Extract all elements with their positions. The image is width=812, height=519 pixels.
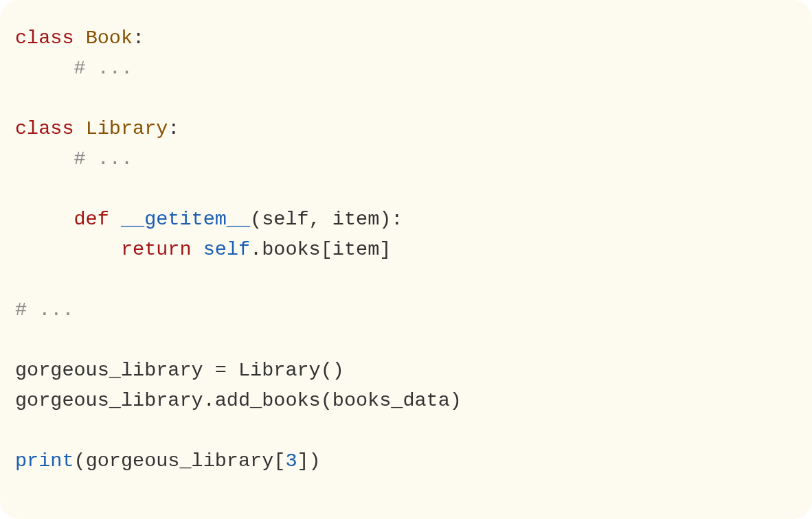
arg-booksdata: books_data [332, 389, 450, 412]
code-line: print(gorgeous_library[3]) [15, 450, 321, 472]
code-line: # ... [15, 299, 74, 321]
parens: () [321, 359, 344, 382]
call-addbooks: .add_books( [203, 389, 332, 412]
paren-close: ) [379, 208, 391, 231]
code-line: gorgeous_library.add_books(books_data) [15, 389, 462, 412]
dot: . [250, 238, 262, 261]
code-line: def __getitem__(self, item): [15, 208, 403, 231]
comment: # ... [74, 57, 133, 80]
paren-close: ) [309, 450, 321, 472]
code-line: # ... [15, 57, 133, 80]
paren-open: ( [250, 208, 262, 231]
comment: # ... [15, 299, 74, 321]
var-gorgeous-library: gorgeous_library [15, 389, 203, 412]
comma: , [309, 208, 332, 231]
param-self: self [262, 208, 308, 231]
funcname-print: print [15, 450, 74, 472]
classname-book: Book [86, 27, 133, 49]
colon: : [168, 117, 179, 140]
colon: : [391, 208, 403, 231]
param-item: item [332, 208, 379, 231]
keyword-return: return [121, 238, 192, 261]
comment: # ... [74, 148, 133, 170]
code-line: class Book: [15, 27, 144, 49]
code-line: return self.books[item] [15, 238, 391, 261]
number-3: 3 [285, 450, 297, 472]
bracket-close: ] [297, 450, 309, 472]
code-line: gorgeous_library = Library() [15, 359, 344, 382]
var-item: item [332, 238, 379, 261]
self-ref: self [203, 238, 250, 261]
keyword-class: class [15, 27, 74, 49]
keyword-class: class [15, 117, 74, 140]
bracket-open: [ [321, 238, 332, 261]
code-line: class Library: [15, 117, 179, 140]
classname-library: Library [86, 117, 168, 140]
code-block: class Book: # ... class Library: # ... d… [0, 0, 812, 519]
funcname-getitem: __getitem__ [121, 208, 250, 231]
bracket-close: ] [379, 238, 391, 261]
var-gorgeous-library: gorgeous_library [86, 450, 274, 472]
var-gorgeous-library: gorgeous_library [15, 359, 203, 382]
code-line: # ... [15, 148, 133, 170]
call-library: Library [238, 359, 321, 382]
colon: : [133, 27, 144, 49]
paren-close: ) [450, 389, 462, 412]
equals: = [203, 359, 238, 382]
bracket-open: [ [273, 450, 285, 472]
keyword-def: def [74, 208, 109, 231]
attr-books: books [262, 238, 321, 261]
paren-open: ( [74, 450, 86, 472]
